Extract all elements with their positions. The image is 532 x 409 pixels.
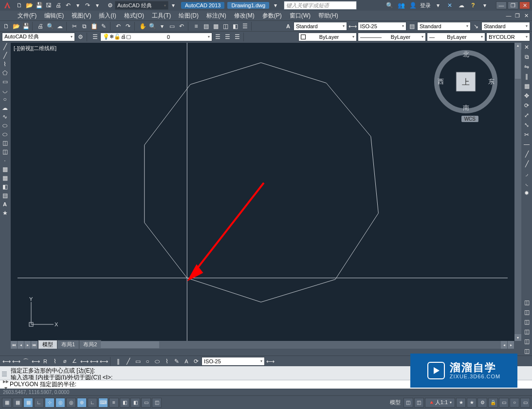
status-grid[interactable]: ▦ — [23, 398, 33, 408]
status-osnap[interactable]: ◎ — [55, 398, 65, 408]
status-toolbar-lock[interactable]: 🔒 — [488, 398, 498, 408]
dim-quick[interactable]: ⟷ — [80, 357, 89, 366]
pan-btn[interactable]: ✋ — [138, 22, 147, 31]
zoom-btn[interactable]: 🔍 — [148, 22, 157, 31]
tool-rotate[interactable]: ⟳ — [522, 101, 531, 110]
sheet-btn[interactable]: ◫ — [221, 22, 230, 31]
doc-restore-button[interactable]: ❐ — [514, 13, 521, 19]
status-snap[interactable]: ▦ — [13, 398, 22, 408]
status-annovis[interactable]: ★ — [456, 398, 466, 408]
coordinates-readout[interactable]: 2603.5467, 1116.5907, 0.0000 — [0, 389, 532, 395]
menu-insert[interactable]: 插入(I) — [95, 11, 120, 21]
tool-polygon[interactable]: ⬠ — [1, 69, 9, 77]
tool-draworder2[interactable]: ◫ — [522, 308, 531, 317]
tab-last-button[interactable]: ⏭ — [31, 341, 38, 349]
window-minimize-button[interactable]: — — [496, 1, 507, 9]
undo-btn[interactable]: ↶ — [114, 22, 123, 31]
tool-erase[interactable]: ✕ — [522, 43, 531, 52]
paste-btn[interactable]: 📋 — [90, 22, 98, 31]
tool-extend[interactable]: — — [522, 140, 531, 149]
qat-more-button[interactable]: ▾ — [169, 1, 178, 10]
tool-spline[interactable]: ∿ — [1, 113, 9, 121]
dim-aligned[interactable]: ⟷ — [12, 357, 20, 366]
tab-first-button[interactable]: ⏮ — [11, 341, 18, 349]
menu-view[interactable]: 视图(V) — [68, 11, 95, 21]
dim-tedit[interactable]: A — [182, 357, 191, 366]
status-ortho[interactable]: ∟ — [34, 398, 44, 408]
tablestyle-icon-btn[interactable]: ▤ — [407, 22, 416, 31]
help-button[interactable]: ? — [469, 1, 477, 10]
tool-arc[interactable]: ◡ — [1, 87, 9, 94]
wcs-chip[interactable]: WCS — [461, 116, 478, 122]
menu-help[interactable]: 帮助(H) — [314, 11, 342, 21]
dim-center[interactable]: ○ — [143, 357, 152, 366]
mleaderstyle-select[interactable]: Standard▾ — [481, 22, 530, 31]
new-btn[interactable]: 🗋 — [2, 22, 11, 31]
status-annoauto[interactable]: ★ — [467, 398, 477, 408]
tab-prev-button[interactable]: ◂ — [18, 341, 24, 349]
redo-button[interactable]: ↷ — [83, 1, 92, 10]
dim-joglin[interactable]: ⌇ — [163, 357, 171, 366]
dim-angular[interactable]: ∠ — [70, 357, 79, 366]
tab-next-button[interactable]: ▸ — [24, 341, 31, 349]
linetype-select[interactable]: ———— ByLayer▾ — [358, 33, 426, 41]
tool-copy[interactable]: ⧉ — [522, 53, 531, 61]
layer-prop-btn[interactable]: ☰ — [91, 33, 99, 41]
status-ducs[interactable]: ∟ — [88, 398, 97, 408]
dim-linear[interactable]: ⟷ — [2, 357, 11, 366]
scroll-thumb[interactable] — [515, 50, 521, 79]
menu-file[interactable]: 文件(F) — [14, 11, 40, 21]
status-modelspace[interactable]: 模型 — [388, 399, 403, 406]
scroll-down-button[interactable]: ▾ — [514, 334, 521, 341]
signin-person-icon[interactable]: 👤 — [408, 1, 417, 10]
signin-link[interactable]: 登录 — [420, 2, 431, 9]
dimstyle-mgr[interactable]: ⟷ — [266, 357, 275, 366]
menu-edit[interactable]: 编辑(E) — [40, 11, 68, 21]
undo-dropdown[interactable]: ▾ — [73, 1, 82, 10]
tab-model[interactable]: 模型 — [38, 340, 57, 349]
hscroll-left-button[interactable]: ◂ — [501, 341, 508, 349]
status-dyn[interactable]: ⌨ — [98, 398, 108, 408]
dim-radius[interactable]: R — [41, 357, 50, 366]
dim-ordinate[interactable]: ⟷ — [31, 357, 40, 366]
color-select[interactable]: ByLayer▾ — [298, 33, 357, 41]
status-otrack[interactable]: ⊕ — [77, 398, 87, 408]
tool-mirror[interactable]: ⇋ — [522, 62, 531, 71]
open-btn[interactable]: 📂 — [12, 22, 20, 31]
tool-gradient[interactable]: ▦ — [1, 174, 9, 182]
window-close-button[interactable]: ✕ — [519, 1, 530, 9]
tool-scale[interactable]: ⤢ — [522, 111, 531, 120]
toolpal-btn[interactable]: ▦ — [211, 22, 220, 31]
tool-draworder3[interactable]: ◫ — [522, 318, 531, 326]
tablestyle-select[interactable]: Standard▾ — [417, 22, 471, 31]
preview-btn[interactable]: 🔍 — [46, 22, 55, 31]
scroll-up-button[interactable]: ▾ — [514, 43, 521, 50]
status-ws-switch[interactable]: ⚙ — [477, 398, 487, 408]
infocenter-search[interactable]: 键入关键字或短语 — [284, 1, 357, 10]
viewport-label[interactable]: [-][俯视][二维线框] — [14, 45, 56, 52]
tool-rectangle[interactable]: ▭ — [1, 78, 9, 86]
props-btn[interactable]: ≡ — [192, 22, 201, 31]
workspace-gear-btn[interactable]: ⚙ — [76, 33, 85, 41]
status-quickview-l[interactable]: ◫ — [404, 398, 413, 408]
tool-draworder6[interactable]: ◫ — [522, 347, 531, 356]
plotstyle-select[interactable]: BYCOLOR▾ — [486, 33, 530, 41]
layer-state-btn[interactable]: ☰ — [223, 33, 232, 41]
dim-continue[interactable]: ⟷ — [99, 357, 108, 366]
tool-revcloud[interactable]: ☁ — [1, 104, 9, 112]
tool-ellipse[interactable]: ⬭ — [1, 122, 9, 129]
dim-break[interactable]: ╱ — [124, 357, 132, 366]
workspace-gear-icon[interactable]: ⚙ — [106, 1, 114, 10]
viewcube[interactable]: 上 北 南 西 东 — [432, 48, 500, 125]
doc-close-button[interactable]: ✕ — [522, 13, 530, 19]
tool-draworder5[interactable]: ◫ — [522, 337, 531, 346]
tool-chamfer[interactable]: ◞ — [522, 169, 531, 178]
menu-window[interactable]: 窗口(W) — [286, 11, 314, 21]
dim-jogged[interactable]: ⌇ — [51, 357, 59, 366]
save-button[interactable]: 💾 — [35, 1, 43, 10]
horizontal-scrollbar[interactable] — [101, 341, 501, 349]
lineweight-select[interactable]: — ByLayer▾ — [427, 33, 485, 41]
tool-stretch[interactable]: ⤡ — [522, 121, 531, 129]
signin-people-icon[interactable]: 👥 — [397, 1, 405, 10]
workspace-select[interactable]: AutoCAD 经典▾ — [2, 33, 75, 41]
